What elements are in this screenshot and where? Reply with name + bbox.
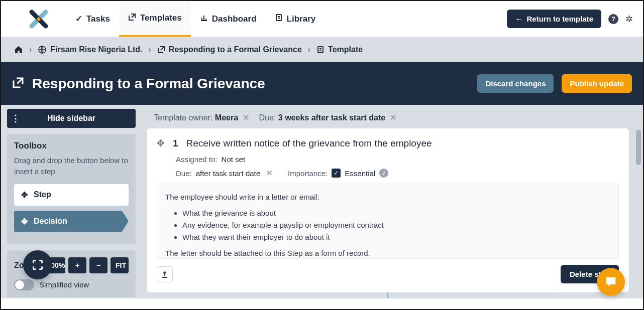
nav-dashboard[interactable]: Dashboard	[191, 1, 266, 37]
body-bullet: What the grievance is about	[182, 207, 610, 219]
breadcrumb-leaf[interactable]: Template	[316, 45, 363, 54]
top-nav: ✓ Tasks Templates Dashboard Library ← Re…	[1, 1, 643, 37]
nav-label: Templates	[140, 13, 182, 23]
share-out-icon	[12, 77, 24, 91]
document-icon	[316, 46, 325, 54]
chat-fab[interactable]	[597, 268, 625, 296]
document-icon	[275, 14, 283, 24]
body-text: The employee should write in a letter or…	[165, 191, 610, 203]
breadcrumb: › Firsam Rise Nigeria Ltd. › Responding …	[1, 37, 643, 62]
nav-label: Tasks	[86, 14, 110, 24]
breadcrumb-label: Template	[328, 45, 363, 54]
toolbox-description: Drag and drop the button below to insert…	[14, 155, 129, 177]
nav-items: ✓ Tasks Templates Dashboard Library	[66, 1, 325, 37]
page-title: Responding to a Formal Grievance	[32, 76, 469, 92]
step-connector	[387, 292, 388, 298]
breadcrumb-sep: ›	[29, 45, 32, 54]
owner-field: Template owner: Meera ✕	[154, 113, 249, 122]
step-card: ✥ 1 Receive written notice of the grieva…	[147, 128, 629, 292]
clear-owner-icon[interactable]: ✕	[243, 113, 249, 122]
meta-value[interactable]: after task start date	[196, 169, 260, 178]
meta-value: 3 weeks after task start date	[278, 113, 385, 122]
toolbox-title: Toolbox	[14, 141, 129, 151]
step-title[interactable]: Receive written notice of the grievance …	[186, 138, 432, 149]
share-out-icon	[128, 13, 136, 24]
move-icon: ✥	[21, 190, 28, 200]
nav-templates[interactable]: Templates	[119, 1, 191, 37]
globe-icon	[38, 45, 47, 54]
check-icon: ✓	[75, 14, 82, 24]
expand-icon	[31, 258, 44, 271]
button-label: Hide sidebar	[47, 114, 95, 122]
insert-step-tool[interactable]: ✥ Step	[14, 184, 129, 206]
meta-value: Essential	[345, 169, 375, 178]
button-label: Return to template	[526, 15, 593, 23]
meta-label: Assigned to:	[176, 155, 218, 164]
essential-checkbox[interactable]: ✓	[332, 169, 341, 178]
upload-attachment-button[interactable]	[157, 266, 173, 282]
meta-label: Importance:	[288, 169, 328, 178]
breadcrumb-sep: ›	[308, 45, 310, 54]
publish-update-button[interactable]: Publish update	[562, 74, 632, 93]
workspace: ⋮ Hide sidebar Toolbox Drag and drop the…	[1, 105, 643, 298]
arrow-left-icon: ←	[515, 15, 522, 23]
help-icon[interactable]: ?	[608, 14, 618, 24]
nav-tasks[interactable]: ✓ Tasks	[66, 1, 119, 37]
meta-label: Due:	[259, 113, 276, 122]
insert-decision-tool[interactable]: ✥ Decision	[14, 211, 129, 232]
drag-handle-icon[interactable]: ✥	[157, 137, 165, 149]
zoom-out-button[interactable]: −	[89, 257, 108, 273]
step-meta: Assigned to: Not set Due: after task sta…	[157, 155, 619, 178]
clear-step-due-icon[interactable]: ✕	[266, 169, 273, 178]
chart-icon	[200, 14, 208, 24]
main-canvas: Template owner: Meera ✕ Due: 3 weeks aft…	[142, 105, 643, 298]
settings-icon[interactable]: ✲	[625, 14, 633, 25]
step-meta-second-row: Due: after task start date ✕ Importance:…	[176, 169, 619, 178]
expand-fullscreen-button[interactable]	[23, 250, 52, 279]
nav-library[interactable]: Library	[266, 1, 325, 37]
move-icon: ✥	[21, 217, 28, 226]
nav-right: ← Return to template ? ✲	[507, 10, 633, 28]
zoom-in-button[interactable]: +	[68, 257, 86, 273]
toggle-label: Simplified view	[39, 280, 89, 289]
scrollbar-thumb[interactable]	[636, 130, 641, 165]
breadcrumb-template[interactable]: Responding to a Formal Grievance	[157, 45, 302, 54]
chat-icon	[604, 275, 618, 289]
template-meta: Template owner: Meera ✕ Due: 3 weeks aft…	[147, 110, 629, 128]
zoom-fit-button[interactable]: FIT	[111, 257, 129, 273]
body-text: The letter should be attached to this St…	[165, 247, 610, 259]
upload-icon	[161, 270, 169, 278]
hide-sidebar-button[interactable]: ⋮ Hide sidebar	[7, 109, 136, 128]
step-number: 1	[173, 138, 178, 149]
simplified-view-row: Simplified view	[14, 279, 129, 290]
meta-label: Template owner:	[154, 113, 212, 122]
step-footer: Delete step	[157, 265, 619, 283]
brand-logo[interactable]	[11, 7, 66, 31]
meta-label: Due:	[176, 169, 192, 178]
clear-due-icon[interactable]: ✕	[390, 113, 396, 122]
body-bullet: What they want their employer to do abou…	[182, 231, 610, 243]
breadcrumb-label: Responding to a Formal Grievance	[169, 45, 302, 54]
breadcrumb-org[interactable]: Firsam Rise Nigeria Ltd.	[38, 45, 142, 54]
body-bullet: Any evidence, for example a payslip or e…	[182, 219, 610, 231]
assigned-field[interactable]: Assigned to: Not set	[176, 155, 619, 164]
step-body-editor[interactable]: The employee should write in a letter or…	[157, 184, 619, 259]
nav-label: Dashboard	[212, 14, 257, 24]
due-field: Due: 3 weeks after task start date ✕	[259, 113, 396, 122]
meta-value: Meera	[215, 113, 238, 122]
step-header: ✥ 1 Receive written notice of the grieva…	[157, 137, 619, 149]
tool-label: Decision	[34, 217, 67, 226]
breadcrumb-label: Firsam Rise Nigeria Ltd.	[50, 45, 142, 54]
return-to-template-button[interactable]: ← Return to template	[507, 10, 601, 28]
sidebar: ⋮ Hide sidebar Toolbox Drag and drop the…	[1, 105, 142, 298]
svg-point-0	[37, 17, 41, 21]
simplified-view-toggle[interactable]	[14, 279, 34, 290]
meta-value: Not set	[222, 155, 246, 164]
info-icon[interactable]: i	[379, 169, 388, 178]
tool-label: Step	[34, 190, 51, 199]
breadcrumb-sep: ›	[149, 45, 151, 54]
toolbox-panel: Toolbox Drag and drop the button below t…	[7, 134, 136, 244]
scrollbar-track[interactable]	[634, 110, 641, 293]
discard-changes-button[interactable]: Discard changes	[477, 74, 554, 93]
breadcrumb-home[interactable]	[14, 45, 23, 54]
